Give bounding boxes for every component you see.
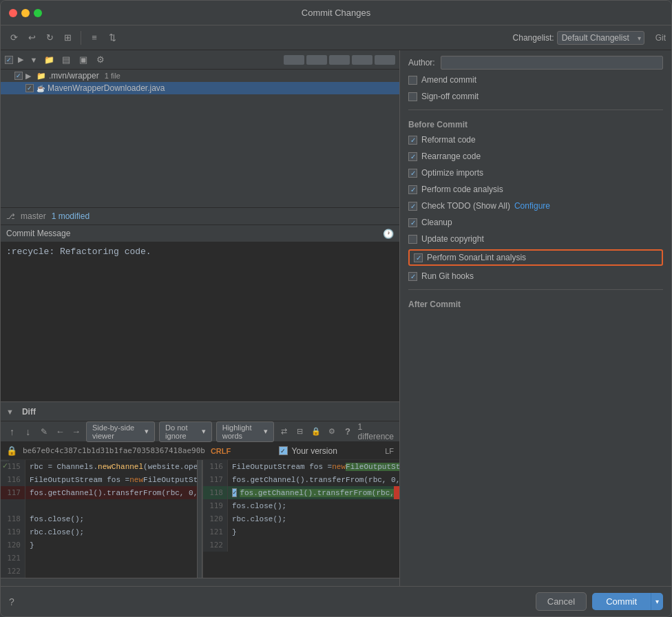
diff-sync-icon[interactable]: ⇄ xyxy=(278,424,290,439)
diff-gutter xyxy=(197,460,202,578)
file-item[interactable]: ✓ ☕ MavenWrapperDownloader.java xyxy=(1,82,399,94)
line-code xyxy=(228,538,399,552)
viewer-label: Side-by-side viewer xyxy=(92,423,143,440)
collapse-icon[interactable]: ▼ xyxy=(28,54,39,65)
settings-icon-tree[interactable]: ⚙ xyxy=(93,52,108,67)
diff-line-left-121: 121 xyxy=(1,552,197,565)
undo-icon[interactable]: ↩ xyxy=(24,30,39,45)
close-button[interactable] xyxy=(9,9,17,17)
line-num: 116 xyxy=(1,473,25,486)
author-label: Author: xyxy=(408,58,435,67)
author-input[interactable] xyxy=(441,56,663,70)
optimize-label: Optimize imports xyxy=(421,168,483,178)
diff-columns-icon[interactable]: ⊟ xyxy=(294,424,306,439)
line-num: 119 xyxy=(203,499,228,512)
diff-collapse-arrow[interactable]: ▼ xyxy=(6,408,14,416)
reformat-checkbox[interactable]: ✓ xyxy=(408,136,417,145)
viewer-dropdown[interactable]: Side-by-side viewer ▾ xyxy=(86,421,155,442)
cancel-button[interactable]: Cancel xyxy=(536,592,587,611)
amend-commit-checkbox[interactable] xyxy=(408,76,417,85)
branch-name: master xyxy=(21,211,46,221)
diff-line-left-120: 120 } xyxy=(1,538,197,552)
java-file-icon: ☕ xyxy=(36,85,45,92)
diff-down-icon[interactable]: ↓ xyxy=(22,424,34,439)
changelist-dropdown[interactable]: Default Changelist xyxy=(557,31,644,45)
commit-button[interactable]: Commit xyxy=(592,593,651,610)
main-window: Commit Changes ⟳ ↩ ↻ ⊞ ≡ ⇅ Changelist: D… xyxy=(0,0,672,617)
diff-prev-icon[interactable]: ← xyxy=(54,424,66,439)
diff-help-icon[interactable]: ? xyxy=(342,424,353,439)
commit-message-input[interactable]: :recycle: Refactoring code. xyxy=(1,242,399,401)
file-checkbox[interactable]: ✓ xyxy=(25,84,34,92)
line-code: ✓ fos.getChannel().transferFrom(rbc, 0, … xyxy=(228,486,399,499)
line-code: fos.close(); xyxy=(25,512,197,525)
highlight-dropdown[interactable]: Highlight words ▾ xyxy=(216,421,274,442)
refresh-icon[interactable]: ↻ xyxy=(42,30,57,45)
line-num: 119 xyxy=(1,525,25,538)
rearrange-checkbox[interactable]: ✓ xyxy=(408,152,417,161)
analysis-checkbox[interactable]: ✓ xyxy=(408,185,417,194)
line-check-icon[interactable]: ✓ xyxy=(232,488,237,497)
expand-icon[interactable]: ▶ xyxy=(15,54,26,65)
modified-count[interactable]: 1 modified xyxy=(52,211,90,221)
githooks-checkbox[interactable]: ✓ xyxy=(408,272,417,281)
diff-next-icon[interactable]: → xyxy=(70,424,82,439)
diff-line-left-119: 119 rbc.close(); xyxy=(1,525,197,538)
analysis-row: ✓ Perform code analysis xyxy=(408,183,663,196)
diff-checkmark-icon: ✓ xyxy=(2,461,8,470)
changelist-label: Changelist: xyxy=(513,33,554,43)
githooks-row: ✓ Run Git hooks xyxy=(408,270,663,282)
optimize-checkbox[interactable]: ✓ xyxy=(408,169,417,178)
layout-icon[interactable]: ⊞ xyxy=(60,30,75,45)
folder-checkbox[interactable]: ✓ xyxy=(14,72,23,80)
signoff-commit-checkbox[interactable] xyxy=(408,92,417,101)
todo-row: ✓ Check TODO (Show All) Configure xyxy=(408,200,663,212)
author-row: Author: xyxy=(408,56,663,70)
commit-button-wrapper: Commit ▾ xyxy=(592,593,663,610)
sort-icon[interactable]: ≡ xyxy=(87,30,102,45)
bottom-buttons: Cancel Commit ▾ xyxy=(536,592,663,611)
diff-right: 116 FileOutputStream fos = new FileOutpu… xyxy=(202,460,399,578)
diff-up-icon[interactable]: ↑ xyxy=(6,424,18,439)
help-icon[interactable]: ? xyxy=(9,596,14,607)
diff-line-right-119: 119 fos.close(); xyxy=(203,499,399,512)
file-tree-toolbar: ✓ ▶ ▼ 📁 ▤ ▣ ⚙ xyxy=(1,50,399,70)
diff-lock-icon[interactable]: 🔒 xyxy=(310,424,322,439)
cleanup-label: Cleanup xyxy=(421,218,452,227)
copyright-checkbox[interactable] xyxy=(408,235,417,244)
diff-line-left-empty xyxy=(1,499,197,512)
after-commit-label: After Commit xyxy=(408,300,663,309)
copyright-row: Update copyright xyxy=(408,233,663,245)
select-all-checkbox[interactable]: ✓ xyxy=(5,56,13,64)
line-code xyxy=(25,565,197,578)
group-icon[interactable]: ⇅ xyxy=(105,30,120,45)
minimize-button[interactable] xyxy=(21,9,30,17)
diff-version-check[interactable]: ✓ xyxy=(279,446,288,455)
line-num: 116 xyxy=(203,460,228,473)
cleanup-checkbox[interactable]: ✓ xyxy=(408,218,417,227)
folder-count: 1 file xyxy=(105,72,120,80)
ignore-dropdown[interactable]: Do not ignore ▾ xyxy=(159,421,212,442)
sonarlint-label: Perform SonarLint analysis xyxy=(427,253,526,262)
maximize-button[interactable] xyxy=(34,9,42,17)
diff-settings-icon[interactable]: ⚙ xyxy=(326,424,337,439)
move-changes-icon[interactable]: ⟳ xyxy=(6,30,21,45)
file-view-icon[interactable]: ▤ xyxy=(59,52,74,67)
diff-edit-icon[interactable]: ✎ xyxy=(38,424,50,439)
clock-icon[interactable]: 🕐 xyxy=(383,229,394,239)
highlight-label: Highlight words xyxy=(222,423,262,440)
diff-view-icon[interactable]: ▣ xyxy=(76,52,91,67)
folder-item[interactable]: ✓ ▶ 📁 .mvn/wrapper 1 file xyxy=(1,70,399,82)
line-num: 121 xyxy=(203,525,228,538)
diff-scrollbar[interactable] xyxy=(1,578,399,586)
diff-line-right-121: 121 } xyxy=(203,525,399,538)
line-num: 118 xyxy=(1,512,25,525)
configure-link[interactable]: Configure xyxy=(514,201,550,211)
todo-checkbox[interactable]: ✓ xyxy=(408,202,417,211)
commit-dropdown-arrow[interactable]: ▾ xyxy=(651,593,663,610)
diff-version-label: Your version xyxy=(292,446,337,456)
rearrange-row: ✓ Rearrange code xyxy=(408,150,663,163)
sonarlint-checkbox[interactable]: ✓ xyxy=(414,253,423,262)
diff-header: ▼ Diff xyxy=(1,402,399,421)
folder-icon-btn[interactable]: 📁 xyxy=(41,52,56,67)
